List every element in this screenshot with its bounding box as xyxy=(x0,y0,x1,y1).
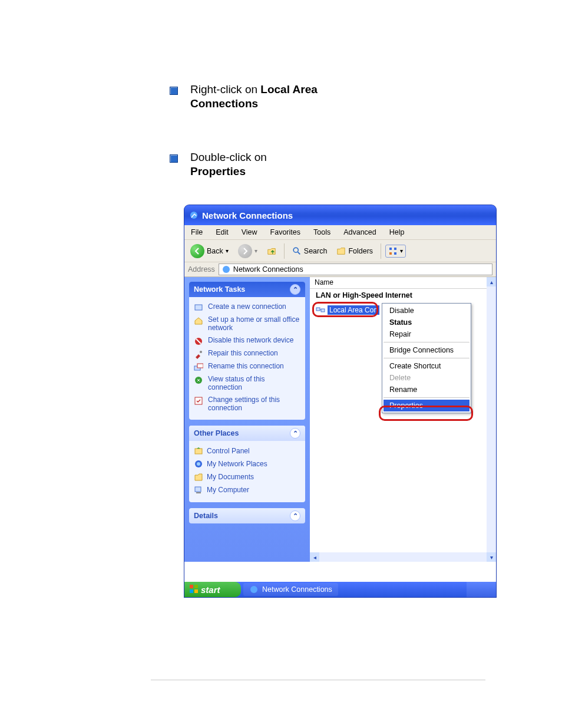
ctx-disable[interactable]: Disable xyxy=(384,305,470,317)
menu-help[interactable]: Help xyxy=(383,228,411,236)
svg-point-28 xyxy=(250,586,257,593)
menu-advanced[interactable]: Advanced xyxy=(337,228,383,236)
task-disable-device[interactable]: Disable this network device xyxy=(194,334,300,347)
views-icon xyxy=(388,246,398,256)
forward-dropdown-icon[interactable]: ▾ xyxy=(254,248,257,254)
expand-icon[interactable]: ⌃ xyxy=(290,510,300,521)
place-my-computer[interactable]: My Computer xyxy=(194,483,300,496)
address-field[interactable]: Network Connections xyxy=(219,263,492,275)
disable-icon xyxy=(194,337,203,346)
place-network-places[interactable]: My Network Places xyxy=(194,457,300,470)
wizard-icon xyxy=(194,303,203,312)
views-dropdown-icon[interactable]: ▾ xyxy=(400,248,403,254)
panel-title: Details xyxy=(194,512,218,520)
status-bar xyxy=(184,562,496,582)
svg-rect-21 xyxy=(316,308,320,311)
place-label: My Documents xyxy=(207,473,254,481)
task-setup-network[interactable]: Set up a home or small office network xyxy=(194,314,300,334)
menu-tools[interactable]: Tools xyxy=(307,228,337,236)
scroll-left-icon[interactable]: ◂ xyxy=(310,552,319,562)
svg-rect-27 xyxy=(194,589,198,593)
ctx-separator xyxy=(384,397,470,398)
column-header-name[interactable]: Name xyxy=(310,277,496,289)
bullet-icon xyxy=(170,87,178,95)
back-button[interactable]: Back ▾ xyxy=(187,243,232,259)
start-label: start xyxy=(201,585,220,595)
ctx-separator xyxy=(384,342,470,342)
network-tasks-panel: Network Tasks ⌃ Create a new connection … xyxy=(189,282,305,420)
forward-button[interactable]: ▾ xyxy=(234,243,261,259)
ctx-properties[interactable]: Properties xyxy=(384,400,470,411)
svg-line-2 xyxy=(297,252,300,254)
task-label: Repair this connection xyxy=(208,349,278,357)
toolbar-separator xyxy=(381,243,381,259)
svg-rect-22 xyxy=(321,309,325,312)
task-create-connection[interactable]: Create a new connection xyxy=(194,301,300,314)
task-label: Set up a home or small office network xyxy=(208,315,300,332)
task-rename[interactable]: Rename this connection xyxy=(194,360,300,373)
start-button[interactable]: start xyxy=(184,582,241,597)
panel-body: Create a new connection Set up a home or… xyxy=(189,297,305,420)
task-label: View status of this connection xyxy=(208,375,300,392)
svg-point-18 xyxy=(197,462,200,466)
address-bar: Address Network Connections xyxy=(184,262,496,277)
rename-icon xyxy=(194,363,203,372)
menu-file[interactable]: File xyxy=(184,228,209,236)
local-area-connection-item[interactable]: Local Area Con xyxy=(316,305,379,315)
collapse-icon[interactable]: ⌃ xyxy=(290,284,300,295)
svg-rect-26 xyxy=(190,589,193,593)
task-change-settings[interactable]: Change settings of this connection xyxy=(194,394,300,414)
sidepane: Network Tasks ⌃ Create a new connection … xyxy=(184,277,310,562)
ctx-repair[interactable]: Repair xyxy=(384,328,470,340)
ctx-rename[interactable]: Rename xyxy=(384,384,470,396)
panel-head-details[interactable]: Details ⌃ xyxy=(189,508,305,523)
control-panel-icon xyxy=(194,446,203,456)
address-icon xyxy=(222,265,231,274)
panel-head-other-places[interactable]: Other Places ⌃ xyxy=(189,426,305,441)
svg-rect-4 xyxy=(394,248,396,250)
settings-icon xyxy=(194,396,203,406)
taskbar-tab-network-connections[interactable]: Network Connections xyxy=(243,583,338,596)
views-button[interactable]: ▾ xyxy=(385,245,406,258)
details-panel: Details ⌃ xyxy=(189,508,305,523)
place-control-panel[interactable]: Control Panel xyxy=(194,444,300,457)
titlebar[interactable]: Network Connections xyxy=(184,205,496,225)
folder-up-icon xyxy=(267,246,276,256)
back-dropdown-icon[interactable]: ▾ xyxy=(226,248,229,254)
ctx-status[interactable]: Status xyxy=(384,317,470,328)
network-connections-icon xyxy=(189,210,199,220)
vertical-scrollbar[interactable]: ▴ ▾ xyxy=(487,277,496,562)
up-button[interactable] xyxy=(263,245,280,257)
horizontal-scrollbar[interactable]: ◂ xyxy=(310,552,487,562)
search-button[interactable]: Search xyxy=(289,245,331,257)
svg-point-11 xyxy=(200,351,202,353)
ctx-bridge[interactable]: Bridge Connections xyxy=(384,344,470,356)
task-label: Rename this connection xyxy=(208,362,284,370)
menu-view[interactable]: View xyxy=(235,228,264,236)
toolbar-separator xyxy=(284,243,285,259)
computer-icon xyxy=(194,485,203,495)
task-repair[interactable]: Repair this connection xyxy=(194,347,300,360)
network-connections-window: Network Connections File Edit View Favor… xyxy=(184,205,496,597)
svg-point-1 xyxy=(293,248,298,252)
system-tray[interactable] xyxy=(467,582,496,597)
status-icon xyxy=(194,375,203,385)
task-status[interactable]: View status of this connection xyxy=(194,373,300,394)
task-label: Create a new connection xyxy=(208,302,286,311)
place-my-documents[interactable]: My Documents xyxy=(194,470,300,483)
svg-rect-24 xyxy=(190,585,193,588)
menu-edit[interactable]: Edit xyxy=(209,228,235,236)
instruction-text: Right-click on xyxy=(190,83,260,95)
collapse-icon[interactable]: ⌃ xyxy=(290,428,300,439)
toolbar: Back ▾ ▾ Search xyxy=(184,240,496,262)
panel-head-network-tasks[interactable]: Network Tasks ⌃ xyxy=(189,282,305,297)
scroll-down-icon[interactable]: ▾ xyxy=(487,552,496,562)
svg-rect-25 xyxy=(194,585,198,588)
menu-favorites[interactable]: Favorites xyxy=(264,228,307,236)
panel-body: Control Panel My Network Places My Docum… xyxy=(189,441,305,502)
folders-button[interactable]: Folders xyxy=(333,245,376,257)
ctx-create-shortcut[interactable]: Create Shortcut xyxy=(384,360,470,372)
task-label: Disable this network device xyxy=(208,336,293,344)
scroll-up-icon[interactable]: ▴ xyxy=(487,277,496,286)
svg-rect-6 xyxy=(394,252,396,255)
